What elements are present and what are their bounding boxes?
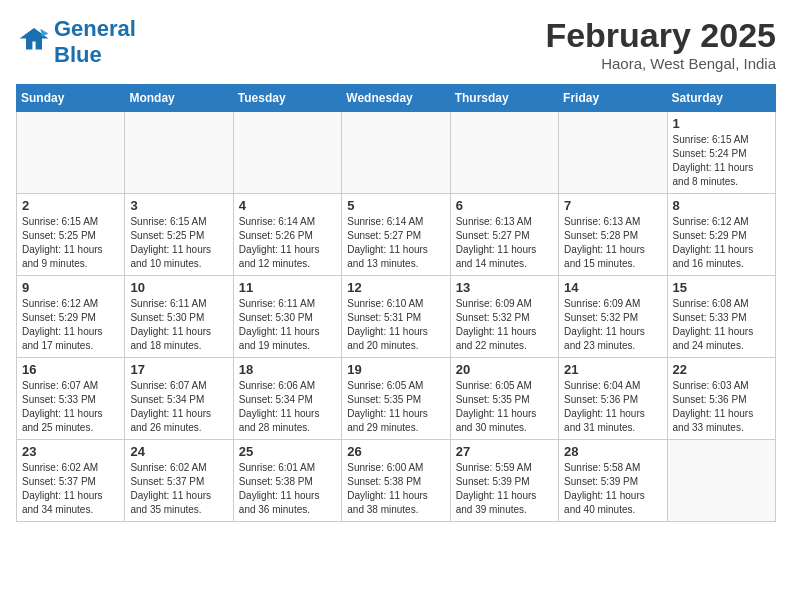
calendar-cell: 24Sunrise: 6:02 AM Sunset: 5:37 PM Dayli… (125, 440, 233, 522)
location: Haora, West Bengal, India (545, 55, 776, 72)
day-info: Sunrise: 6:04 AM Sunset: 5:36 PM Dayligh… (564, 379, 661, 435)
day-info: Sunrise: 6:13 AM Sunset: 5:28 PM Dayligh… (564, 215, 661, 271)
logo-bird-icon (18, 24, 50, 56)
logo: General Blue (16, 16, 136, 68)
calendar-cell: 25Sunrise: 6:01 AM Sunset: 5:38 PM Dayli… (233, 440, 341, 522)
calendar-cell: 9Sunrise: 6:12 AM Sunset: 5:29 PM Daylig… (17, 276, 125, 358)
day-info: Sunrise: 6:09 AM Sunset: 5:32 PM Dayligh… (564, 297, 661, 353)
calendar-cell: 22Sunrise: 6:03 AM Sunset: 5:36 PM Dayli… (667, 358, 775, 440)
calendar-cell: 19Sunrise: 6:05 AM Sunset: 5:35 PM Dayli… (342, 358, 450, 440)
title-block: February 2025 Haora, West Bengal, India (545, 16, 776, 72)
day-info: Sunrise: 6:05 AM Sunset: 5:35 PM Dayligh… (456, 379, 553, 435)
day-info: Sunrise: 6:05 AM Sunset: 5:35 PM Dayligh… (347, 379, 444, 435)
calendar-cell: 10Sunrise: 6:11 AM Sunset: 5:30 PM Dayli… (125, 276, 233, 358)
day-number: 21 (564, 362, 661, 377)
calendar-cell: 8Sunrise: 6:12 AM Sunset: 5:29 PM Daylig… (667, 194, 775, 276)
logo-text: General Blue (54, 16, 136, 68)
calendar-cell: 15Sunrise: 6:08 AM Sunset: 5:33 PM Dayli… (667, 276, 775, 358)
day-number: 24 (130, 444, 227, 459)
day-number: 9 (22, 280, 119, 295)
month-title: February 2025 (545, 16, 776, 55)
day-number: 27 (456, 444, 553, 459)
day-number: 3 (130, 198, 227, 213)
calendar-cell: 27Sunrise: 5:59 AM Sunset: 5:39 PM Dayli… (450, 440, 558, 522)
day-info: Sunrise: 6:15 AM Sunset: 5:25 PM Dayligh… (130, 215, 227, 271)
calendar-cell: 13Sunrise: 6:09 AM Sunset: 5:32 PM Dayli… (450, 276, 558, 358)
calendar-week-row: 23Sunrise: 6:02 AM Sunset: 5:37 PM Dayli… (17, 440, 776, 522)
calendar-cell: 6Sunrise: 6:13 AM Sunset: 5:27 PM Daylig… (450, 194, 558, 276)
calendar-day-header: Tuesday (233, 85, 341, 112)
day-number: 26 (347, 444, 444, 459)
calendar-cell: 28Sunrise: 5:58 AM Sunset: 5:39 PM Dayli… (559, 440, 667, 522)
day-number: 17 (130, 362, 227, 377)
day-info: Sunrise: 6:03 AM Sunset: 5:36 PM Dayligh… (673, 379, 770, 435)
calendar-cell (125, 112, 233, 194)
day-number: 7 (564, 198, 661, 213)
day-number: 16 (22, 362, 119, 377)
calendar-cell: 23Sunrise: 6:02 AM Sunset: 5:37 PM Dayli… (17, 440, 125, 522)
day-info: Sunrise: 6:06 AM Sunset: 5:34 PM Dayligh… (239, 379, 336, 435)
day-info: Sunrise: 6:07 AM Sunset: 5:33 PM Dayligh… (22, 379, 119, 435)
day-number: 5 (347, 198, 444, 213)
day-number: 6 (456, 198, 553, 213)
day-number: 15 (673, 280, 770, 295)
day-info: Sunrise: 6:02 AM Sunset: 5:37 PM Dayligh… (130, 461, 227, 517)
calendar-week-row: 16Sunrise: 6:07 AM Sunset: 5:33 PM Dayli… (17, 358, 776, 440)
calendar-day-header: Friday (559, 85, 667, 112)
day-number: 25 (239, 444, 336, 459)
calendar-day-header: Wednesday (342, 85, 450, 112)
calendar-cell: 12Sunrise: 6:10 AM Sunset: 5:31 PM Dayli… (342, 276, 450, 358)
calendar-cell: 16Sunrise: 6:07 AM Sunset: 5:33 PM Dayli… (17, 358, 125, 440)
day-info: Sunrise: 6:09 AM Sunset: 5:32 PM Dayligh… (456, 297, 553, 353)
day-number: 23 (22, 444, 119, 459)
calendar-cell (667, 440, 775, 522)
day-info: Sunrise: 6:10 AM Sunset: 5:31 PM Dayligh… (347, 297, 444, 353)
calendar-day-header: Saturday (667, 85, 775, 112)
day-number: 20 (456, 362, 553, 377)
day-number: 22 (673, 362, 770, 377)
calendar-cell: 17Sunrise: 6:07 AM Sunset: 5:34 PM Dayli… (125, 358, 233, 440)
day-number: 14 (564, 280, 661, 295)
calendar-cell (559, 112, 667, 194)
day-info: Sunrise: 6:07 AM Sunset: 5:34 PM Dayligh… (130, 379, 227, 435)
calendar-cell: 7Sunrise: 6:13 AM Sunset: 5:28 PM Daylig… (559, 194, 667, 276)
calendar-day-header: Sunday (17, 85, 125, 112)
calendar-cell: 26Sunrise: 6:00 AM Sunset: 5:38 PM Dayli… (342, 440, 450, 522)
day-number: 11 (239, 280, 336, 295)
calendar-cell (342, 112, 450, 194)
calendar-cell (450, 112, 558, 194)
day-number: 10 (130, 280, 227, 295)
day-info: Sunrise: 6:02 AM Sunset: 5:37 PM Dayligh… (22, 461, 119, 517)
calendar-cell: 1Sunrise: 6:15 AM Sunset: 5:24 PM Daylig… (667, 112, 775, 194)
page-header: General Blue February 2025 Haora, West B… (16, 16, 776, 72)
calendar-cell: 21Sunrise: 6:04 AM Sunset: 5:36 PM Dayli… (559, 358, 667, 440)
day-number: 13 (456, 280, 553, 295)
calendar-cell: 18Sunrise: 6:06 AM Sunset: 5:34 PM Dayli… (233, 358, 341, 440)
calendar-cell: 20Sunrise: 6:05 AM Sunset: 5:35 PM Dayli… (450, 358, 558, 440)
day-info: Sunrise: 6:15 AM Sunset: 5:25 PM Dayligh… (22, 215, 119, 271)
day-info: Sunrise: 6:14 AM Sunset: 5:26 PM Dayligh… (239, 215, 336, 271)
calendar-cell: 3Sunrise: 6:15 AM Sunset: 5:25 PM Daylig… (125, 194, 233, 276)
day-info: Sunrise: 6:12 AM Sunset: 5:29 PM Dayligh… (673, 215, 770, 271)
day-info: Sunrise: 6:14 AM Sunset: 5:27 PM Dayligh… (347, 215, 444, 271)
calendar-week-row: 2Sunrise: 6:15 AM Sunset: 5:25 PM Daylig… (17, 194, 776, 276)
day-number: 8 (673, 198, 770, 213)
day-number: 28 (564, 444, 661, 459)
calendar-cell: 4Sunrise: 6:14 AM Sunset: 5:26 PM Daylig… (233, 194, 341, 276)
day-info: Sunrise: 6:01 AM Sunset: 5:38 PM Dayligh… (239, 461, 336, 517)
day-info: Sunrise: 6:08 AM Sunset: 5:33 PM Dayligh… (673, 297, 770, 353)
calendar-cell: 14Sunrise: 6:09 AM Sunset: 5:32 PM Dayli… (559, 276, 667, 358)
calendar-cell: 5Sunrise: 6:14 AM Sunset: 5:27 PM Daylig… (342, 194, 450, 276)
day-info: Sunrise: 6:00 AM Sunset: 5:38 PM Dayligh… (347, 461, 444, 517)
calendar-day-header: Monday (125, 85, 233, 112)
calendar-cell: 11Sunrise: 6:11 AM Sunset: 5:30 PM Dayli… (233, 276, 341, 358)
day-info: Sunrise: 6:11 AM Sunset: 5:30 PM Dayligh… (130, 297, 227, 353)
calendar-week-row: 1Sunrise: 6:15 AM Sunset: 5:24 PM Daylig… (17, 112, 776, 194)
calendar-cell (17, 112, 125, 194)
calendar-header-row: SundayMondayTuesdayWednesdayThursdayFrid… (17, 85, 776, 112)
day-info: Sunrise: 5:58 AM Sunset: 5:39 PM Dayligh… (564, 461, 661, 517)
day-info: Sunrise: 6:12 AM Sunset: 5:29 PM Dayligh… (22, 297, 119, 353)
day-info: Sunrise: 6:13 AM Sunset: 5:27 PM Dayligh… (456, 215, 553, 271)
day-info: Sunrise: 5:59 AM Sunset: 5:39 PM Dayligh… (456, 461, 553, 517)
calendar-cell: 2Sunrise: 6:15 AM Sunset: 5:25 PM Daylig… (17, 194, 125, 276)
